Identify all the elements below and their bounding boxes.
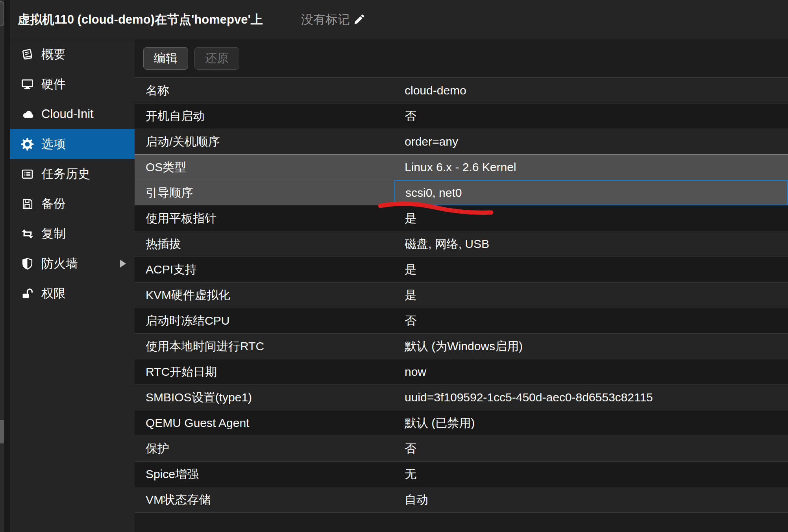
option-value: Linux 6.x - 2.6 Kernel bbox=[394, 155, 788, 180]
sidebar-item-label: 备份 bbox=[41, 196, 66, 212]
option-value: 是 bbox=[394, 257, 788, 282]
option-value: 无 bbox=[394, 462, 788, 487]
option-label: 使用平板指针 bbox=[135, 206, 394, 231]
desktop-icon bbox=[21, 78, 37, 91]
option-label: SMBIOS设置(type1) bbox=[135, 385, 394, 410]
sidebar-item-label: 权限 bbox=[41, 285, 66, 302]
option-value: order=any bbox=[394, 129, 788, 154]
option-row[interactable]: 名称cloud-demo bbox=[135, 78, 788, 103]
option-value: 否 bbox=[394, 308, 788, 333]
option-label: RTC开始日期 bbox=[135, 359, 394, 384]
sidebar-item-label: 复制 bbox=[41, 225, 66, 242]
sidebar-item-firewall[interactable]: 防火墙 bbox=[10, 249, 135, 279]
option-label: ACPI支持 bbox=[135, 257, 394, 282]
edit-tags-button[interactable]: 没有标记 bbox=[301, 0, 366, 39]
option-label: Spice增强 bbox=[135, 462, 394, 487]
option-label: VM状态存储 bbox=[135, 487, 394, 512]
option-value: 是 bbox=[394, 283, 788, 308]
option-value: cloud-demo bbox=[394, 78, 788, 103]
left-scrollbar-track bbox=[0, 0, 4, 532]
tasklist-icon bbox=[21, 168, 37, 180]
option-label: 引导顺序 bbox=[135, 180, 394, 205]
option-row[interactable]: Spice增强无 bbox=[135, 462, 788, 487]
book-icon bbox=[21, 48, 37, 61]
vm-sidebar: 概要硬件Cloud-Init选项任务历史备份复制防火墙权限 bbox=[10, 39, 135, 532]
header-bar: 虚拟机110 (cloud-demo)在节点'homepve'上 没有标记 bbox=[10, 0, 788, 39]
option-label: 开机自启动 bbox=[135, 103, 394, 129]
option-row[interactable]: RTC开始日期now bbox=[135, 359, 788, 385]
proxmox-vm-options-page: 虚拟机110 (cloud-demo)在节点'homepve'上 没有标记 概要… bbox=[0, 0, 788, 532]
options-table: 名称cloud-demo开机自启动否启动/关机顺序order=anyOS类型Li… bbox=[135, 78, 788, 513]
option-row[interactable]: QEMU Guest Agent默认 (已禁用) bbox=[135, 410, 788, 436]
option-label: 启动时冻结CPU bbox=[135, 308, 394, 333]
option-label: QEMU Guest Agent bbox=[135, 410, 394, 436]
options-toolbar: 编辑 还原 bbox=[135, 39, 788, 78]
option-value: 自动 bbox=[394, 487, 788, 512]
option-label: 保护 bbox=[135, 436, 394, 461]
option-row[interactable]: 启动/关机顺序order=any bbox=[135, 129, 788, 155]
option-row[interactable]: 引导顺序scsi0, net0 bbox=[135, 180, 788, 206]
tags-placeholder: 没有标记 bbox=[301, 11, 350, 28]
option-row[interactable]: 启动时冻结CPU否 bbox=[135, 308, 788, 334]
sidebar-item-hardware[interactable]: 硬件 bbox=[10, 69, 135, 99]
option-value: 默认 (为Windows启用) bbox=[394, 334, 788, 359]
cloud-icon bbox=[21, 108, 37, 120]
option-label: 使用本地时间进行RTC bbox=[135, 334, 394, 359]
sidebar-item-task-history[interactable]: 任务历史 bbox=[10, 159, 135, 189]
option-row[interactable]: 保护否 bbox=[135, 436, 788, 462]
panel-divider bbox=[4, 0, 10, 532]
scrollbar-thumb[interactable] bbox=[0, 420, 4, 443]
sidebar-item-label: Cloud-Init bbox=[41, 107, 94, 121]
unlock-icon bbox=[21, 287, 37, 300]
option-row[interactable]: 使用本地时间进行RTC默认 (为Windows启用) bbox=[135, 334, 788, 359]
sidebar-item-summary[interactable]: 概要 bbox=[10, 39, 135, 69]
edit-button[interactable]: 编辑 bbox=[143, 47, 188, 70]
sidebar-item-label: 选项 bbox=[41, 136, 66, 152]
option-label: KVM硬件虚拟化 bbox=[135, 283, 394, 308]
option-row[interactable]: KVM硬件虚拟化是 bbox=[135, 283, 788, 308]
option-value: 是 bbox=[394, 206, 788, 231]
option-value: 否 bbox=[394, 103, 788, 129]
sidebar-item-replication[interactable]: 复制 bbox=[10, 219, 135, 249]
option-label: 名称 bbox=[135, 78, 394, 103]
option-value: 磁盘, 网络, USB bbox=[394, 231, 788, 257]
gear-icon bbox=[21, 138, 37, 150]
option-label: OS类型 bbox=[135, 155, 394, 180]
sidebar-item-label: 任务历史 bbox=[41, 166, 90, 182]
option-label: 热插拔 bbox=[135, 231, 394, 257]
sidebar-item-label: 硬件 bbox=[41, 76, 66, 92]
option-row[interactable]: SMBIOS设置(type1)uuid=3f109592-1cc5-450d-a… bbox=[135, 385, 788, 410]
panel-collapse-handle[interactable] bbox=[0, 1, 4, 26]
options-panel: 编辑 还原 名称cloud-demo开机自启动否启动/关机顺序order=any… bbox=[135, 39, 788, 532]
sidebar-item-label: 防火墙 bbox=[41, 255, 78, 272]
option-row[interactable]: 热插拔磁盘, 网络, USB bbox=[135, 231, 788, 257]
sidebar-item-backup[interactable]: 备份 bbox=[10, 189, 135, 219]
revert-button: 还原 bbox=[194, 47, 239, 70]
chevron-right-icon[interactable] bbox=[120, 260, 126, 268]
option-value: now bbox=[394, 359, 788, 384]
option-value: uuid=3f109592-1cc5-450d-aec0-8d6553c8211… bbox=[394, 385, 788, 410]
option-value: 否 bbox=[394, 436, 788, 461]
option-row[interactable]: ACPI支持是 bbox=[135, 257, 788, 283]
option-label: 启动/关机顺序 bbox=[135, 129, 394, 154]
sidebar-item-label: 概要 bbox=[41, 46, 66, 63]
sidebar-item-permissions[interactable]: 权限 bbox=[10, 279, 135, 308]
pencil-icon bbox=[350, 13, 366, 26]
floppy-icon bbox=[21, 198, 37, 210]
option-row[interactable]: VM状态存储自动 bbox=[135, 487, 788, 513]
page-title: 虚拟机110 (cloud-demo)在节点'homepve'上 bbox=[18, 0, 263, 39]
option-value: scsi0, net0 bbox=[394, 180, 788, 205]
sidebar-item-cloud-init[interactable]: Cloud-Init bbox=[10, 99, 135, 129]
shield-icon bbox=[21, 257, 37, 270]
option-row[interactable]: OS类型Linux 6.x - 2.6 Kernel bbox=[135, 155, 788, 180]
option-value: 默认 (已禁用) bbox=[394, 410, 788, 436]
option-row[interactable]: 使用平板指针是 bbox=[135, 206, 788, 231]
retweet-icon bbox=[21, 227, 37, 240]
option-row[interactable]: 开机自启动否 bbox=[135, 103, 788, 129]
sidebar-item-options[interactable]: 选项 bbox=[10, 129, 135, 159]
